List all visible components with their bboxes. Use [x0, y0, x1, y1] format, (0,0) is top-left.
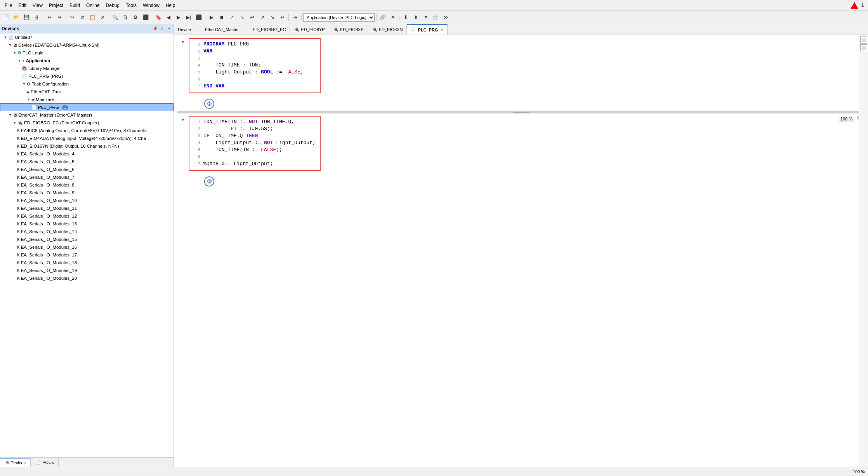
- tree-item-ea-serials-7[interactable]: K EA_Serials_IO_Modules_7: [0, 173, 174, 181]
- tab-ed-eiobrg-ec[interactable]: — ED_EIOBRG_EC: [243, 24, 290, 35]
- breakpoint-btn[interactable]: ⬛: [194, 13, 203, 22]
- tree-item-ea-serials-5[interactable]: K EA_Serials_IO_Modules_5: [0, 158, 174, 166]
- prev-btn[interactable]: ◀: [164, 13, 173, 22]
- menu-help[interactable]: Help: [163, 1, 179, 10]
- tree-item-ea-serials-13[interactable]: K EA_Serials_IO_Modules_13: [0, 220, 174, 228]
- tree-item-ea-serials-10[interactable]: K EA_Serials_IO_Modules_10: [0, 197, 174, 204]
- tree-item-untitled7[interactable]: ▼ ⬜ Untitled7: [0, 33, 174, 41]
- tab-plc-prg-close[interactable]: ✕: [440, 28, 443, 32]
- tab-ed-eio8yp[interactable]: 🔌 ED_EIO8YP: [290, 24, 329, 35]
- redo-btn[interactable]: ↪: [55, 13, 64, 22]
- menu-file[interactable]: File: [2, 1, 15, 10]
- undo-btn[interactable]: ↩: [45, 13, 54, 22]
- menu-debug[interactable]: Debug: [103, 1, 123, 10]
- expand-untitled7[interactable]: ▼: [3, 35, 8, 40]
- tree-item-ea-serials-16[interactable]: K EA_Serials_IO_Modules_16: [0, 243, 174, 251]
- tree-item-ea-serials-18[interactable]: K EA_Serials_IO_Modules_18: [0, 259, 174, 267]
- expand-maintask[interactable]: ▼: [26, 97, 31, 102]
- zoom-display[interactable]: 100 %: [838, 116, 855, 122]
- code-area[interactable]: ▼ 1 PROGRAM PLC_PRG 2 VAR 3: [174, 35, 868, 467]
- tab-ed-eio8xp[interactable]: 🔌 ED_EIO8XP: [329, 24, 368, 35]
- tool1-btn[interactable]: ⬛: [141, 13, 150, 22]
- sort-btn[interactable]: ⇅: [121, 13, 130, 22]
- tree-item-ea-serials-4[interactable]: K EA_Serials_IO_Modules_4: [0, 150, 174, 158]
- tab-ethercat-master[interactable]: — EtherCAT_Master: [195, 24, 243, 35]
- expand-taskconfig[interactable]: ▼: [22, 82, 26, 86]
- step6-btn[interactable]: ↩: [278, 13, 287, 22]
- tab-ed-eio8xn[interactable]: 🔌 ED_EIO8XN: [368, 24, 407, 35]
- splitter-bar[interactable]: [177, 111, 865, 113]
- tree-item-eio4ada[interactable]: K ED_EIO4ADA (Analog Input, Voltage(4~20…: [0, 134, 174, 142]
- panel-menu-btn[interactable]: ▾: [166, 26, 172, 32]
- tree-item-ea-serials-6[interactable]: K EA_Serials_IO_Modules_6: [0, 166, 174, 173]
- menu-online[interactable]: Online: [83, 1, 103, 10]
- tree-item-ethercat-master[interactable]: ▼ 🖥 EtherCAT_Master (EtherCAT Master): [0, 111, 174, 119]
- menu-project[interactable]: Project: [46, 1, 66, 10]
- step1-btn[interactable]: ↗: [227, 13, 236, 22]
- tree-item-ea-serials-11[interactable]: K EA_Serials_IO_Modules_11: [0, 204, 174, 212]
- tab-pous[interactable]: 📄 POUs: [31, 458, 59, 467]
- expand-device[interactable]: ▼: [8, 43, 12, 47]
- copy-btn[interactable]: ⧉: [78, 13, 87, 22]
- rs-btn-1[interactable]: ⬜: [860, 37, 867, 44]
- tree-item-ea-serials-14[interactable]: K EA_Serials_IO_Modules_14: [0, 228, 174, 235]
- tree-item-maintask[interactable]: ▼ ◈ MainTask: [0, 96, 174, 103]
- tree-item-ea-serials-17[interactable]: K EA_Serials_IO_Modules_17: [0, 251, 174, 259]
- tree-item-ea-serials-9[interactable]: K EA_Serials_IO_Modules_9: [0, 189, 174, 197]
- bookmark-btn[interactable]: 🔖: [154, 13, 163, 22]
- tree-item-ea-serials-8[interactable]: K EA_Serials_IO_Modules_8: [0, 181, 174, 189]
- save-btn[interactable]: 💾: [22, 13, 31, 22]
- menu-view[interactable]: View: [30, 1, 46, 10]
- tab-plc-prg[interactable]: 📄 PLC_PRG ✕: [407, 24, 448, 35]
- cut-btn[interactable]: ✂: [68, 13, 77, 22]
- tree-item-ea-serials-12[interactable]: K EA_Serials_IO_Modules_12: [0, 212, 174, 220]
- delete-btn[interactable]: ✕: [98, 13, 107, 22]
- panel-close-btn[interactable]: ✕: [159, 26, 165, 32]
- upload-btn[interactable]: ⬆: [411, 13, 420, 22]
- step4-btn[interactable]: ↗: [257, 13, 267, 22]
- open-btn[interactable]: 📂: [12, 13, 21, 22]
- new-btn[interactable]: 📄: [2, 13, 11, 22]
- filter-btn[interactable]: ⚙: [131, 13, 140, 22]
- run-btn[interactable]: ▶: [207, 13, 216, 22]
- cart-btn[interactable]: 🛒: [431, 13, 441, 22]
- tree-item-plc-prg-main[interactable]: 📄 PLC_PRG 1: [0, 103, 174, 111]
- tree-item-device[interactable]: ▼ 🖥 Device (EDATEC-117-ARM64-Linux-SM): [0, 41, 174, 49]
- tab-device[interactable]: Device: [174, 24, 195, 35]
- tree-item-ethercat-task[interactable]: ◈ EtherCAT_Task: [0, 88, 174, 96]
- menu-edit[interactable]: Edit: [15, 1, 30, 10]
- tree-item-ea40c8[interactable]: K EA40C8 (Analog Output, Current(±5V,0-1…: [0, 127, 174, 134]
- tree-item-application[interactable]: ▼ ● Application: [0, 57, 174, 65]
- tree-item-ea-serials-15[interactable]: K EA_Serials_IO_Modules_15: [0, 235, 174, 243]
- fold-btn-2[interactable]: ▼: [181, 117, 185, 122]
- step5-btn[interactable]: ↘: [267, 13, 277, 22]
- next-btn[interactable]: ▶: [174, 13, 183, 22]
- context-dropdown[interactable]: Application [Device: PLC Logic]: [303, 13, 375, 22]
- find-btn[interactable]: 🔍: [111, 13, 120, 22]
- step3-btn[interactable]: ↩: [247, 13, 257, 22]
- more2-btn[interactable]: ≡: [421, 13, 431, 22]
- tree-item-ea-serials-19[interactable]: K EA_Serials_IO_Modules_19: [0, 267, 174, 274]
- tree-item-eio16yn[interactable]: K ED_EIO16YN (Digital Output, 16 Channel…: [0, 142, 174, 150]
- expand-ed-eiobrg[interactable]: ▼: [12, 120, 17, 125]
- menu-tools[interactable]: Tools: [123, 1, 140, 10]
- disconnect-btn[interactable]: ✕: [388, 13, 398, 22]
- stop-btn[interactable]: ■: [217, 13, 226, 22]
- more1-btn[interactable]: ▶|: [184, 13, 193, 22]
- connect-btn[interactable]: 🔗: [378, 13, 387, 22]
- tree-item-library-manager[interactable]: 📚 Library Manager: [0, 65, 174, 72]
- rs-btn-2[interactable]: ⬜: [860, 44, 867, 51]
- print-btn[interactable]: 🖨: [32, 13, 41, 22]
- tree-item-ed-eiobrg[interactable]: ▼ 🔌 ED_EIOBRG_EC (EtherCAT Coupler): [0, 119, 174, 127]
- download-btn[interactable]: ⬇: [401, 13, 410, 22]
- tree-item-task-config[interactable]: ▼ ⚙ Task Configuration: [0, 80, 174, 88]
- tree-item-plc-prg[interactable]: 📄 PLC_PRG (PRG): [0, 72, 174, 80]
- panel-pin-btn[interactable]: 📌: [152, 26, 158, 32]
- step2-btn[interactable]: ↘: [237, 13, 247, 22]
- fold-btn-1[interactable]: ▼: [181, 40, 185, 44]
- tab-devices[interactable]: 🖥 Devices: [0, 458, 31, 467]
- menu-build[interactable]: Build: [66, 1, 83, 10]
- expand-plclogic[interactable]: ▼: [12, 51, 17, 55]
- expand-ethercat-master[interactable]: ▼: [8, 113, 12, 117]
- action1-btn[interactable]: ⇥: [290, 13, 300, 22]
